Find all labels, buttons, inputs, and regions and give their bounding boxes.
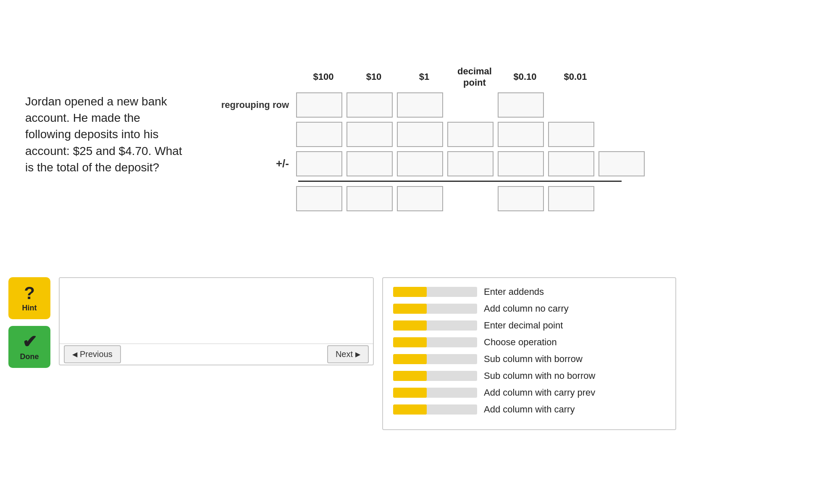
col-header-10: $10 [351, 71, 397, 82]
cell-op-box[interactable] [296, 151, 342, 176]
progress-bar-container-add-col-carry-prev [393, 388, 477, 398]
progress-item-enter-addends: Enter addends [393, 286, 665, 297]
cell-regrouping-1[interactable] [397, 92, 443, 118]
done-button[interactable]: ✔ Done [8, 326, 50, 368]
progress-bar-fill-enter-decimal-point [393, 320, 427, 331]
cell-result-100[interactable] [296, 186, 342, 211]
progress-bar-fill-sub-col-with-borrow [393, 354, 427, 364]
progress-bar-fill-add-col-carry-prev [393, 388, 427, 398]
cell-result-1[interactable] [397, 186, 443, 211]
cell-row1-010[interactable] [498, 122, 544, 147]
progress-item-add-col-carry: Add column with carry [393, 404, 665, 415]
progress-item-add-col-carry-prev: Add column with carry prev [393, 387, 665, 398]
col-header-1: $1 [401, 71, 447, 82]
cell-regrouping-10[interactable] [346, 92, 393, 118]
hint-label: Hint [22, 304, 37, 312]
progress-label-sub-col-with-borrow: Sub column with borrow [484, 354, 583, 365]
progress-bar-fill-add-col-carry [393, 404, 427, 415]
cell-row2-dp[interactable] [498, 151, 544, 176]
next-button[interactable]: Next ▶ [327, 345, 369, 363]
progress-item-enter-decimal-point: Enter decimal point [393, 320, 665, 331]
nav-content-area [60, 278, 373, 344]
bottom-panel: ? Hint ✔ Done ◀ Previous Next ▶ Enter ad… [0, 269, 840, 504]
progress-bar-container-add-col-no-carry [393, 304, 477, 314]
progress-label-enter-addends: Enter addends [484, 286, 544, 297]
progress-item-sub-col-with-borrow: Sub column with borrow [393, 354, 665, 365]
row-divider [298, 181, 815, 182]
next-arrow-icon: ▶ [355, 350, 360, 358]
cell-regrouping-001 [548, 92, 594, 118]
cell-result-dp [447, 186, 494, 211]
result-row [210, 186, 815, 211]
progress-bar-container-sub-col-no-borrow [393, 371, 477, 381]
progress-label-choose-operation: Choose operation [484, 337, 557, 348]
cell-result-010[interactable] [498, 186, 544, 211]
question-text: Jordan opened a new bank account. He mad… [25, 93, 185, 176]
cell-row1-001[interactable] [548, 122, 594, 147]
row1 [210, 122, 815, 147]
navigation-panel: ◀ Previous Next ▶ [59, 277, 374, 365]
progress-bar-fill-enter-addends [393, 287, 427, 297]
action-buttons: ? Hint ✔ Done [8, 277, 50, 368]
progress-item-choose-operation: Choose operation [393, 337, 665, 348]
hint-icon: ? [24, 284, 35, 302]
done-icon: ✔ [22, 333, 37, 351]
cell-row1-100[interactable] [296, 122, 342, 147]
progress-bar-fill-add-col-no-carry [393, 304, 427, 314]
cell-row1-10[interactable] [346, 122, 393, 147]
progress-label-add-col-carry-prev: Add column with carry prev [484, 387, 595, 398]
done-label: Done [20, 352, 39, 361]
regrouping-row: regrouping row [210, 92, 815, 118]
cell-regrouping-100[interactable] [296, 92, 342, 118]
nav-buttons-row: ◀ Previous Next ▶ [60, 344, 373, 365]
col-header-001: $0.01 [552, 71, 598, 82]
regrouping-label: regrouping row [210, 100, 294, 110]
rows-container: regrouping row +/- [210, 92, 815, 211]
progress-item-add-col-no-carry: Add column no carry [393, 303, 665, 314]
progress-bar-container-enter-decimal-point [393, 320, 477, 331]
row2: +/- [210, 151, 815, 176]
progress-label-add-col-carry: Add column with carry [484, 404, 575, 415]
progress-items: Enter addendsAdd column no carryEnter de… [393, 286, 665, 415]
progress-item-sub-col-no-borrow: Sub column with no borrow [393, 370, 665, 381]
progress-bar-fill-choose-operation [393, 337, 427, 347]
progress-bar-container-add-col-carry [393, 404, 477, 415]
col-header-decimal: decimalpoint [452, 66, 498, 88]
prev-arrow-icon: ◀ [72, 350, 77, 358]
cell-row2-10[interactable] [397, 151, 443, 176]
hint-button[interactable]: ? Hint [8, 277, 50, 319]
cell-result-10[interactable] [346, 186, 393, 211]
table-wrapper: $100 $10 $1 decimalpoint $0.10 $0.01 reg… [210, 58, 815, 211]
main-content: Jordan opened a new bank account. He mad… [0, 0, 840, 269]
plus-minus-symbol: +/- [276, 157, 289, 170]
cell-row1-dp[interactable] [447, 122, 494, 147]
previous-label: Previous [80, 349, 113, 359]
cell-row2-1[interactable] [447, 151, 494, 176]
progress-bar-container-enter-addends [393, 287, 477, 297]
progress-bar-fill-sub-col-no-borrow [393, 371, 427, 381]
cell-regrouping-dp [447, 92, 494, 118]
divider-line [298, 181, 622, 182]
progress-panel: Enter addendsAdd column no carryEnter de… [382, 277, 676, 430]
cell-regrouping-010[interactable] [498, 92, 544, 118]
progress-label-add-col-no-carry: Add column no carry [484, 303, 569, 314]
progress-bar-container-choose-operation [393, 337, 477, 347]
cell-row2-010[interactable] [548, 151, 594, 176]
previous-button[interactable]: ◀ Previous [64, 345, 121, 363]
cell-row2-100[interactable] [346, 151, 393, 176]
col-header-010: $0.10 [502, 71, 548, 82]
cell-row1-1[interactable] [397, 122, 443, 147]
progress-label-enter-decimal-point: Enter decimal point [484, 320, 563, 331]
column-headers: $100 $10 $1 decimalpoint $0.10 $0.01 [298, 66, 815, 88]
progress-label-sub-col-no-borrow: Sub column with no borrow [484, 370, 595, 381]
progress-bar-container-sub-col-with-borrow [393, 354, 477, 364]
cell-row2-001[interactable] [598, 151, 645, 176]
next-label: Next [336, 349, 353, 359]
row2-label: +/- [210, 157, 294, 170]
cell-result-001[interactable] [548, 186, 594, 211]
col-header-100: $100 [300, 71, 346, 82]
